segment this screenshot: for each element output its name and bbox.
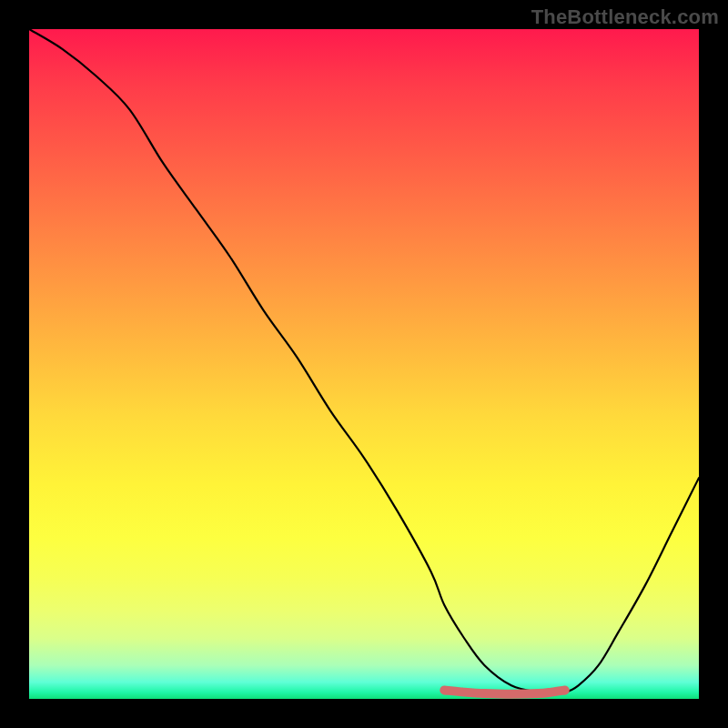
chart-frame: TheBottleneck.com <box>0 0 728 728</box>
optimal-band <box>444 690 564 693</box>
bottleneck-curve <box>29 29 699 693</box>
chart-svg <box>29 29 699 699</box>
plot-area <box>29 29 699 699</box>
watermark-text: TheBottleneck.com <box>531 5 719 29</box>
